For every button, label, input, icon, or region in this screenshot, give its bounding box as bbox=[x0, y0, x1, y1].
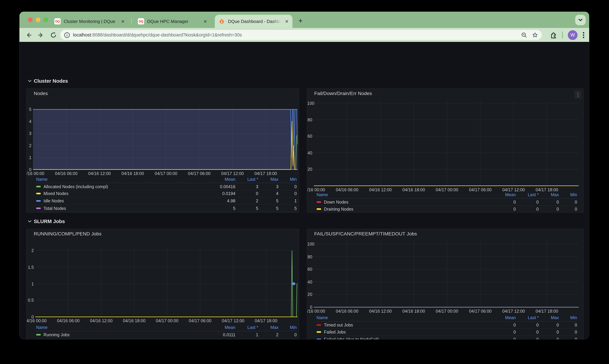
legend-series-name[interactable]: Down Nodes bbox=[317, 200, 489, 204]
legend-series-name[interactable]: Failed jobs (due to NodeFail) bbox=[317, 337, 489, 339]
row-header-slurm-jobs[interactable]: SLURM Jobs bbox=[28, 218, 65, 224]
legend-series-name[interactable]: Mixed Nodes bbox=[36, 191, 208, 196]
row-header-cluster-nodes[interactable]: Cluster Nodes bbox=[28, 78, 68, 84]
zoom-window-button[interactable] bbox=[43, 17, 48, 22]
url-path: :8088/dashboard/d/dquehpc/dque-dashboard… bbox=[91, 32, 242, 38]
tab-search-button[interactable] bbox=[575, 15, 586, 25]
legend-sort-mean[interactable]: Mean bbox=[208, 325, 235, 330]
tab-dque-dashboard-active[interactable]: DQue Dashboard - Dashboard ✕ bbox=[215, 15, 292, 28]
tab-close-icon[interactable]: ✕ bbox=[204, 19, 207, 24]
legend-row: Mixed Nodes0.0194040 bbox=[36, 190, 297, 197]
row-title: SLURM Jobs bbox=[34, 218, 65, 224]
url-text: localhost:8088/dashboard/d/dquehpc/dque-… bbox=[73, 32, 521, 38]
legend-stat-last: 3 bbox=[235, 184, 258, 189]
legend-sort-last[interactable]: Last * bbox=[235, 177, 258, 182]
legend-header-row: NameMeanLast *MaxMin bbox=[317, 191, 577, 199]
legend-series-name[interactable]: Failed Jobs bbox=[317, 330, 489, 334]
panel-fail-down-drain-err-nodes: Fail/Down/Drain/Err Nodes⋮1008060402004/… bbox=[307, 88, 584, 212]
url-bar[interactable]: localhost:8088/dashboard/d/dquehpc/dque-… bbox=[60, 30, 542, 40]
tab-title: DQue HPC Manager bbox=[147, 19, 200, 24]
legend-stat-max: 4 bbox=[258, 191, 278, 196]
legend-table: NameMeanLast *MaxMinTimed out Jobs0000Fa… bbox=[307, 314, 583, 339]
site-info-icon[interactable] bbox=[64, 32, 70, 38]
series-color-swatch-icon bbox=[317, 208, 321, 210]
legend-series-name[interactable]: Timed out Jobs bbox=[317, 323, 489, 327]
y-tick-label: 100 bbox=[307, 101, 312, 105]
legend-sort-max[interactable]: Max bbox=[539, 193, 559, 197]
legend-sort-name[interactable]: Name bbox=[317, 193, 489, 197]
x-tick-label: 04/17 06:00 bbox=[184, 318, 216, 323]
legend-row: Down Nodes0000 bbox=[317, 199, 577, 206]
new-tab-button[interactable]: + bbox=[298, 16, 303, 26]
panel-fail-susp-canc-jobs: FAIL/SUSP/CANC/PREEMPT/TIMEDOUT Jobs1008… bbox=[307, 229, 584, 339]
legend-stat-max: 0 bbox=[539, 207, 559, 211]
legend-series-name[interactable]: Allocated Nodes (including compl) bbox=[36, 184, 208, 189]
bookmark-star-icon[interactable] bbox=[532, 32, 538, 38]
x-tick-label: 04/17 12:00 bbox=[497, 309, 530, 313]
legend-stat-max: 5 bbox=[258, 199, 278, 203]
timeseries-chart[interactable] bbox=[27, 229, 299, 318]
legend-sort-max[interactable]: Max bbox=[258, 325, 278, 330]
forward-button[interactable] bbox=[38, 32, 44, 38]
back-button[interactable] bbox=[25, 32, 32, 38]
y-tick-label: 1 bbox=[27, 155, 31, 160]
legend-series-name[interactable]: Running Jobs bbox=[36, 332, 208, 337]
legend-series-name[interactable]: Idle Nodes bbox=[36, 199, 208, 203]
legend-sort-last[interactable]: Last * bbox=[516, 193, 539, 197]
legend-row: Failed Jobs0000 bbox=[317, 329, 577, 336]
legend-sort-mean[interactable]: Mean bbox=[489, 315, 516, 320]
legend-sort-min[interactable]: Min bbox=[278, 177, 297, 182]
legend-stat-last: 1 bbox=[235, 332, 258, 337]
legend-sort-last[interactable]: Last * bbox=[235, 325, 258, 330]
legend-sort-min[interactable]: Min bbox=[559, 193, 577, 197]
legend-sort-name[interactable]: Name bbox=[317, 315, 489, 320]
legend-sort-last[interactable]: Last * bbox=[516, 315, 539, 320]
y-tick-label: 80 bbox=[307, 254, 312, 259]
zoom-out-page-icon[interactable] bbox=[521, 32, 527, 38]
legend-sort-name[interactable]: Name bbox=[36, 325, 208, 330]
timeseries-chart[interactable] bbox=[27, 89, 299, 171]
tab-hpc-manager[interactable]: DQ DQue HPC Manager ✕ bbox=[134, 15, 211, 28]
legend-stat-min: 0 bbox=[559, 337, 577, 339]
x-tick-label: 04/17 06:00 bbox=[183, 171, 216, 176]
legend-series-name[interactable]: Total Nodes bbox=[36, 206, 208, 210]
x-tick-label: 04/16 12:00 bbox=[85, 318, 117, 323]
legend-series-name[interactable]: Draining Nodes bbox=[317, 207, 489, 211]
timeseries-chart[interactable] bbox=[307, 229, 584, 308]
legend-header-row: NameMeanLast *MaxMin bbox=[36, 176, 297, 183]
legend-table: NameMeanLast *MaxMinRunning Jobs0.011112… bbox=[27, 324, 299, 339]
profile-avatar[interactable]: W bbox=[568, 30, 578, 40]
series-color-swatch-icon bbox=[317, 339, 321, 339]
series-color-swatch-icon bbox=[36, 207, 41, 209]
tab-strip: DQ Cluster Monitoring | DQue ✕ DQ DQue H… bbox=[19, 12, 589, 28]
extensions-puzzle-icon[interactable] bbox=[550, 31, 557, 38]
y-tick-label: 5 bbox=[27, 107, 31, 112]
tab-separator bbox=[131, 18, 132, 24]
x-tick-label: 04/16 00:00 bbox=[27, 318, 52, 323]
dq-favicon-icon: DQ bbox=[138, 18, 144, 24]
tab-close-icon[interactable]: ✕ bbox=[285, 19, 289, 24]
minimize-window-button[interactable] bbox=[36, 17, 40, 22]
timeseries-chart[interactable] bbox=[307, 89, 584, 187]
legend-stat-mean: 0.0194 bbox=[208, 191, 235, 196]
legend-sort-min[interactable]: Min bbox=[559, 315, 577, 320]
y-tick-label: 4 bbox=[27, 119, 31, 124]
legend-sort-name[interactable]: Name bbox=[36, 177, 208, 182]
browser-menu-icon[interactable] bbox=[582, 32, 584, 38]
toolbar-right: W bbox=[550, 30, 585, 40]
legend-sort-min[interactable]: Min bbox=[278, 325, 297, 330]
x-tick-label: 04/16 06:00 bbox=[52, 318, 84, 323]
legend-sort-mean[interactable]: Mean bbox=[489, 193, 516, 197]
y-tick-label: 100 bbox=[307, 242, 312, 246]
tab-close-icon[interactable]: ✕ bbox=[121, 19, 125, 24]
close-window-button[interactable] bbox=[28, 17, 33, 22]
legend-sort-max[interactable]: Max bbox=[539, 315, 559, 320]
reload-button[interactable] bbox=[50, 32, 57, 38]
x-tick-label: 04/16 18:00 bbox=[118, 318, 151, 323]
legend-sort-mean[interactable]: Mean bbox=[208, 177, 235, 182]
tab-cluster-monitoring[interactable]: DQ Cluster Monitoring | DQue ✕ bbox=[50, 15, 128, 28]
chevron-down-icon bbox=[28, 80, 31, 82]
legend-sort-max[interactable]: Max bbox=[258, 177, 278, 182]
legend-stat-min: 0 bbox=[559, 207, 577, 211]
chevron-down-icon bbox=[28, 220, 31, 222]
